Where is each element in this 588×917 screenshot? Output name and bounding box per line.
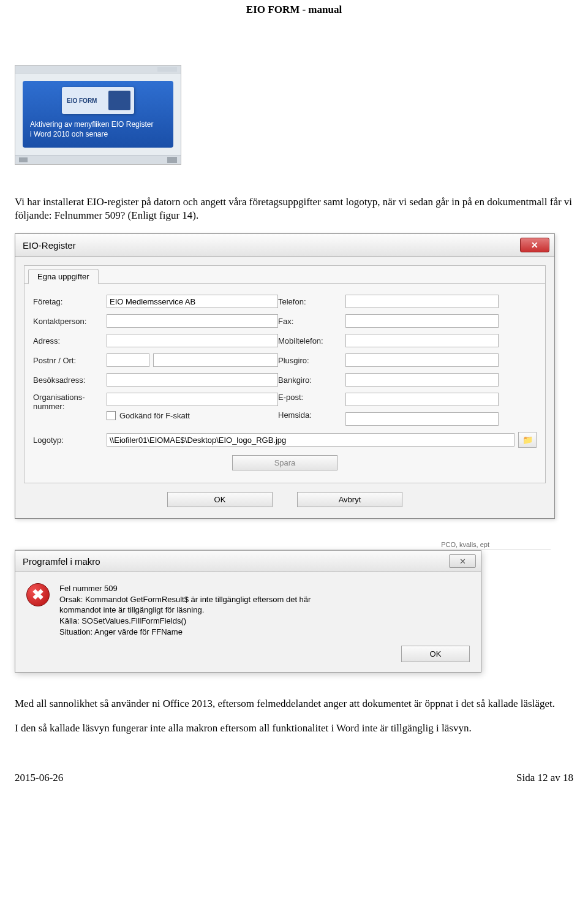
error-line-5: Situation: Anger värde för FFName	[59, 627, 311, 638]
video-thumbnail[interactable]: EIO FORM Aktivering av menyfliken EIO Re…	[15, 65, 181, 165]
programfel-close-button[interactable]: ✕	[449, 554, 476, 568]
browse-logotyp-button[interactable]: 📁	[518, 432, 537, 448]
error-icon: ✖	[26, 583, 50, 606]
video-thumbnail-card: EIO FORM	[62, 87, 134, 114]
label-orgnr-l1: Organisations-	[33, 393, 107, 402]
label-adress: Adress:	[33, 336, 107, 345]
error-line-4: Källa: SOSetValues.FillFormFields()	[59, 616, 311, 627]
video-caption-line2: i Word 2010 och senare	[30, 130, 166, 140]
label-orgnr-l2: nummer:	[33, 402, 107, 411]
error-line-1: Fel nummer 509	[59, 583, 311, 594]
ok-button[interactable]: OK	[167, 492, 273, 507]
error-line-3: kommandot inte är tillgängligt för läsni…	[59, 605, 311, 616]
eio-register-dialog: EIO-Register ✕ Egna uppgifter Företag: T…	[15, 233, 555, 519]
eio-register-title: EIO-Register	[23, 240, 76, 251]
programfel-title: Programfel i makro	[23, 556, 100, 567]
telefon-input[interactable]	[345, 295, 499, 308]
page-header-title: EIO FORM - manual	[15, 0, 573, 16]
video-progress-bar[interactable]	[15, 155, 181, 164]
label-kontaktperson: Kontaktperson:	[33, 317, 107, 326]
besoksadress-input[interactable]	[107, 373, 278, 387]
label-fax: Fax:	[278, 317, 345, 326]
programfel-ok-button[interactable]: OK	[401, 646, 470, 662]
epost-input[interactable]	[345, 393, 499, 406]
plusgiro-input[interactable]	[345, 353, 499, 367]
background-fragment-text: PCO, kvalis, ept	[15, 541, 551, 550]
close-button[interactable]: ✕	[520, 238, 549, 252]
tab-egna-uppgifter[interactable]: Egna uppgifter	[28, 269, 99, 284]
label-telefon: Telefon:	[278, 297, 345, 306]
video-caption-line1: Aktivering av menyfliken EIO Register	[30, 120, 166, 130]
label-hemsida: Hemsida:	[278, 410, 345, 420]
orgnr-input[interactable]	[107, 393, 278, 406]
body-paragraph-3: I den så kallade läsvyn fungerar inte al…	[15, 722, 573, 735]
close-icon: ✕	[459, 557, 466, 566]
body-paragraph-1: Vi har installerat EIO-register på dator…	[15, 195, 573, 222]
footer-date: 2015-06-26	[15, 772, 63, 784]
label-besoksadress: Besöksadress:	[33, 375, 107, 385]
error-line-2: Orsak: Kommandot GetFormResult$ är inte …	[59, 594, 311, 605]
label-epost: E-post:	[278, 393, 345, 402]
label-mobiltelefon: Mobiltelefon:	[278, 336, 345, 345]
folder-icon: 📁	[522, 435, 533, 445]
programfel-dialog: Programfel i makro ✕ ✖ Fel nummer 509 Or…	[15, 550, 481, 673]
foretag-input[interactable]	[107, 295, 278, 308]
postnr-input[interactable]	[107, 353, 149, 367]
video-card-label: EIO FORM	[67, 97, 97, 104]
close-icon: ✕	[531, 240, 538, 250]
footer-page-number: Sida 12 av 18	[516, 772, 573, 784]
label-fskatt: Godkänd för F-skatt	[119, 411, 190, 420]
hemsida-input[interactable]	[345, 412, 499, 426]
body-paragraph-2: Med all sannolikhet så använder ni Offic…	[15, 697, 573, 711]
spara-button[interactable]: Spara	[232, 455, 337, 470]
avbryt-button[interactable]: Avbryt	[297, 492, 402, 507]
label-postnr-ort: Postnr / Ort:	[33, 356, 107, 365]
fax-input[interactable]	[345, 314, 499, 328]
label-plusgiro: Plusgiro:	[278, 356, 345, 365]
bankgiro-input[interactable]	[345, 373, 499, 387]
ort-input[interactable]	[153, 353, 278, 367]
label-foretag: Företag:	[33, 297, 107, 306]
label-logotyp: Logotyp:	[33, 436, 107, 445]
fskatt-checkbox[interactable]	[107, 411, 116, 420]
logotyp-input[interactable]	[107, 433, 514, 447]
mobiltelefon-input[interactable]	[345, 334, 499, 347]
label-bankgiro: Bankgiro:	[278, 375, 345, 385]
kontaktperson-input[interactable]	[107, 314, 278, 328]
adress-input[interactable]	[107, 334, 278, 347]
video-thumbnail-chrome	[15, 66, 181, 74]
